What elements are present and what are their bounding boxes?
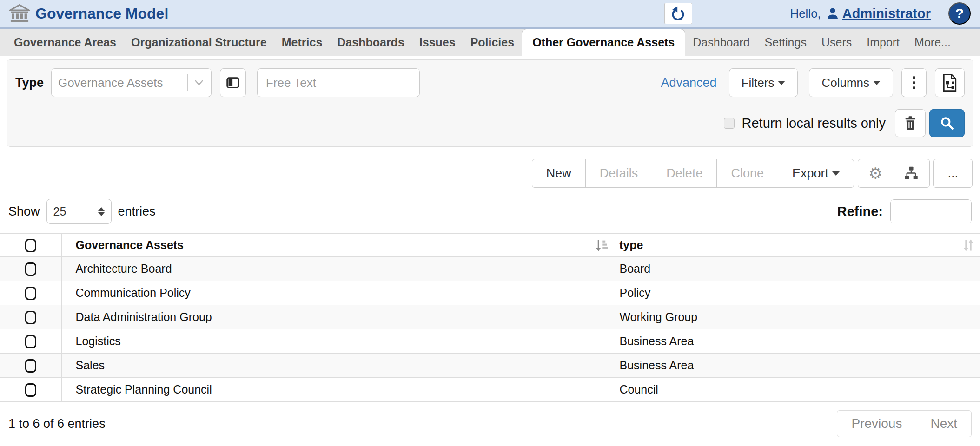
trash-icon <box>903 116 917 131</box>
select-divider <box>187 74 188 91</box>
cell-type: Council <box>614 378 980 402</box>
select-all-checkbox[interactable] <box>25 239 36 252</box>
search-filter-panel: Type Governance Assets <box>7 59 973 147</box>
undo-button[interactable] <box>664 3 692 24</box>
tab-dashboard[interactable]: Dashboard <box>685 29 757 56</box>
current-user-link[interactable]: Administrator <box>826 6 931 21</box>
table-footer: 1 to 6 of 6 entries Previous Next <box>0 402 980 437</box>
greeting-text: Hello, <box>790 7 821 21</box>
sort-amount-asc-icon <box>594 238 608 252</box>
cell-type: Working Group <box>614 305 980 329</box>
cell-type: Board <box>614 257 980 281</box>
row-checkbox[interactable] <box>25 359 36 373</box>
details-button[interactable]: Details <box>585 159 653 188</box>
cell-type: Policy <box>614 281 980 305</box>
next-page-button[interactable]: Next <box>916 410 972 437</box>
more-options-button[interactable] <box>901 68 927 97</box>
app-brand: Governance Model <box>9 4 168 23</box>
select-all-header <box>0 234 61 257</box>
advanced-link[interactable]: Advanced <box>661 76 717 90</box>
more-actions-button[interactable]: ... <box>933 159 973 188</box>
row-checkbox[interactable] <box>25 311 36 324</box>
entries-info: 1 to 6 of 6 entries <box>8 417 106 431</box>
table-row[interactable]: Data Administration Group Working Group <box>0 305 980 329</box>
row-checkbox[interactable] <box>25 383 36 397</box>
table-header-row: Governance Assets <box>0 234 980 257</box>
export-button-label: Export <box>792 166 828 181</box>
table-row[interactable]: Logistics Business Area <box>0 329 980 354</box>
search-button[interactable] <box>929 109 965 137</box>
column-header-type[interactable]: type <box>614 234 980 257</box>
refine-input[interactable] <box>890 199 972 223</box>
record-toolbar: New Details Delete Clone Export ⚙ <box>0 147 980 188</box>
kebab-menu-icon <box>912 75 916 91</box>
type-select[interactable]: Governance Assets <box>51 68 212 97</box>
cell-type: Business Area <box>614 329 980 354</box>
sort-both-icon <box>962 238 974 252</box>
previous-page-button[interactable]: Previous <box>837 410 916 437</box>
tab-policies[interactable]: Policies <box>463 29 522 56</box>
tab-other-governance-assets[interactable]: Other Governance Assets <box>522 29 685 56</box>
tab-dashboards[interactable]: Dashboards <box>330 29 411 56</box>
org-chart-icon <box>903 166 919 181</box>
header-actions: Hello, Administrator ? <box>664 2 971 25</box>
tab-settings[interactable]: Settings <box>757 29 814 56</box>
export-button[interactable]: Export <box>778 159 854 188</box>
undo-icon <box>670 6 686 21</box>
tab-import[interactable]: Import <box>859 29 907 56</box>
cell-governance-asset: Logistics <box>61 329 614 354</box>
filter-actions: Advanced Filters Columns <box>661 68 965 97</box>
search-icon <box>939 115 955 131</box>
page-size-value: 25 <box>53 205 98 218</box>
type-browse-button[interactable] <box>220 68 246 97</box>
tab-more[interactable]: More... <box>907 29 958 56</box>
question-icon: ? <box>955 6 964 21</box>
chevron-down-icon <box>193 79 205 86</box>
tab-governance-areas[interactable]: Governance Areas <box>7 29 124 56</box>
bank-icon <box>9 4 30 23</box>
cell-governance-asset: Strategic Planning Council <box>61 378 614 402</box>
filter-row-top: Type Governance Assets <box>15 68 965 97</box>
show-label: Show <box>8 204 40 219</box>
cell-governance-asset: Data Administration Group <box>61 305 614 329</box>
column-header-governance-assets[interactable]: Governance Assets <box>61 234 614 257</box>
local-results-checkbox[interactable] <box>724 118 735 129</box>
tab-issues[interactable]: Issues <box>412 29 463 56</box>
columns-button[interactable]: Columns <box>809 68 893 97</box>
type-select-value: Governance Assets <box>58 76 182 90</box>
gear-icon: ⚙ <box>868 165 882 181</box>
refine-label: Refine: <box>837 204 883 219</box>
tab-organizational-structure[interactable]: Organizational Structure <box>124 29 274 56</box>
cell-governance-asset: Architecture Board <box>61 257 614 281</box>
select-arrows-icon <box>98 207 105 216</box>
page-size-select[interactable]: 25 <box>46 199 112 224</box>
clear-search-button[interactable] <box>895 109 926 137</box>
free-text-input[interactable] <box>257 68 420 97</box>
new-button[interactable]: New <box>532 159 586 188</box>
row-checkbox[interactable] <box>25 335 36 348</box>
export-report-button[interactable] <box>935 68 965 97</box>
settings-gear-button[interactable]: ⚙ <box>858 159 893 188</box>
table-row[interactable]: Communication Policy Policy <box>0 281 980 305</box>
cell-type: Business Area <box>614 354 980 378</box>
delete-button[interactable]: Delete <box>652 159 717 188</box>
app-window: Governance Model Hello, <box>0 0 980 446</box>
local-results-label: Return local results only <box>742 116 886 131</box>
help-button[interactable]: ? <box>948 2 971 25</box>
filter-row-bottom: Return local results only <box>15 109 965 137</box>
entries-label: entries <box>118 204 156 219</box>
clone-button[interactable]: Clone <box>716 159 778 188</box>
tab-metrics[interactable]: Metrics <box>274 29 330 56</box>
tab-users[interactable]: Users <box>814 29 859 56</box>
view-tools-group: ⚙ <box>858 159 930 188</box>
caret-down-icon <box>873 81 881 85</box>
row-checkbox[interactable] <box>25 287 36 300</box>
cell-governance-asset: Communication Policy <box>61 281 614 305</box>
filters-button[interactable]: Filters <box>729 68 798 97</box>
table-row[interactable]: Strategic Planning Council Council <box>0 378 980 402</box>
row-checkbox[interactable] <box>25 262 36 276</box>
caret-down-icon <box>832 171 840 176</box>
table-row[interactable]: Sales Business Area <box>0 354 980 378</box>
hierarchy-view-button[interactable] <box>893 159 930 188</box>
table-row[interactable]: Architecture Board Board <box>0 257 980 281</box>
